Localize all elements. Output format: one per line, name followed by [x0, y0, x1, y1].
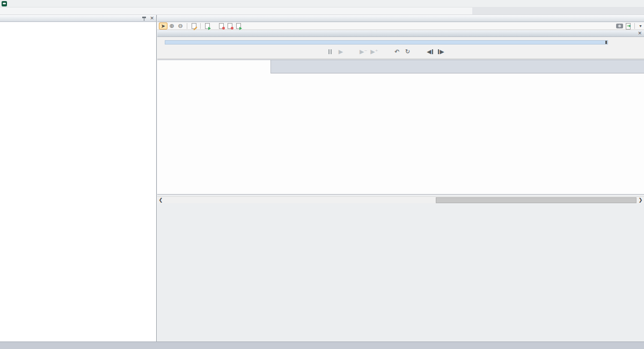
relative-time-cell — [157, 60, 271, 73]
scroll-right-button[interactable]: ❯ — [637, 197, 644, 204]
statusbar — [0, 341, 644, 349]
step-back-button[interactable]: ◀ — [427, 47, 434, 56]
play-button[interactable]: ▶ — [337, 47, 345, 56]
next-event-button[interactable]: ▶⁺ — [370, 47, 378, 56]
app-logo-icon — [2, 1, 7, 6]
horizontal-scrollbar[interactable]: ❮ ❯ — [157, 196, 644, 203]
titlebar — [0, 0, 644, 8]
project-explorer-header: ✕ — [0, 15, 156, 22]
step-forward-button[interactable]: ▶ — [437, 47, 445, 56]
cursor-icon: ➤ — [161, 23, 165, 29]
menubar — [0, 8, 644, 15]
playback-buttons: ▶ ▶⁻ ▶⁺ ↶ ↻ ◀ ▶ — [326, 47, 487, 56]
playback-control-header: ✕ — [157, 31, 644, 37]
visualization-toolbar: ➤ ⊕ ⊖ ▼ — [157, 23, 644, 30]
project-explorer-panel: ✕ — [0, 15, 157, 341]
end-episode-icon — [219, 23, 224, 29]
timeline: ❮ ❯ — [157, 60, 644, 204]
timeline-header — [157, 60, 644, 73]
end-episode-button[interactable] — [217, 23, 225, 29]
export-icon — [626, 23, 630, 29]
jump-back-button[interactable]: ↶ — [393, 47, 401, 56]
project-tree — [0, 23, 156, 341]
scrollbar-thumb[interactable] — [436, 197, 636, 203]
visualization-panel: ➤ ⊕ ⊖ ▼ ✕ — [157, 15, 644, 341]
playback-slider-thumb[interactable] — [605, 41, 607, 44]
playback-close-icon[interactable]: ✕ — [638, 31, 642, 36]
pin-icon[interactable] — [142, 16, 147, 21]
playback-control-panel: ✕ ▶ ▶⁻ ▶⁺ ↶ ↻ ◀ ▶ — [157, 31, 644, 59]
previous-event-button[interactable]: ▶⁻ — [360, 47, 367, 56]
time-scale[interactable] — [271, 60, 640, 73]
create-episode-selection-icon — [236, 23, 241, 29]
edit-icon — [192, 23, 196, 29]
visualization-header — [157, 15, 644, 22]
chevron-down-icon: ▼ — [639, 24, 642, 28]
scroll-left-button[interactable]: ❮ — [157, 197, 164, 204]
playback-slider[interactable] — [165, 40, 608, 44]
edit-button[interactable] — [189, 23, 198, 29]
create-episode-selection-button[interactable] — [234, 23, 243, 29]
cancel-episode-icon — [228, 23, 232, 29]
zoom-in-button[interactable]: ⊕ — [167, 23, 176, 29]
observer-xt-window: ✕ ➤ ⊕ ⊖ ▼ — [0, 0, 644, 349]
pause-button[interactable] — [326, 47, 334, 56]
jump-forward-button[interactable]: ↻ — [404, 47, 412, 56]
timeline-body — [157, 73, 644, 195]
cancel-episode-button[interactable] — [225, 23, 234, 29]
zoom-in-icon: ⊕ — [169, 23, 174, 29]
menubar-right-segment — [472, 8, 644, 14]
select-tool-button[interactable]: ➤ — [159, 23, 167, 29]
export-button[interactable] — [624, 23, 632, 29]
start-episode-button[interactable] — [203, 23, 211, 29]
zoom-out-button[interactable]: ⊖ — [176, 23, 185, 29]
close-icon[interactable]: ✕ — [150, 16, 154, 21]
start-episode-icon — [205, 23, 210, 29]
camera-icon — [616, 24, 623, 28]
zoom-out-icon: ⊖ — [178, 23, 182, 29]
snapshot-button[interactable] — [615, 23, 624, 29]
